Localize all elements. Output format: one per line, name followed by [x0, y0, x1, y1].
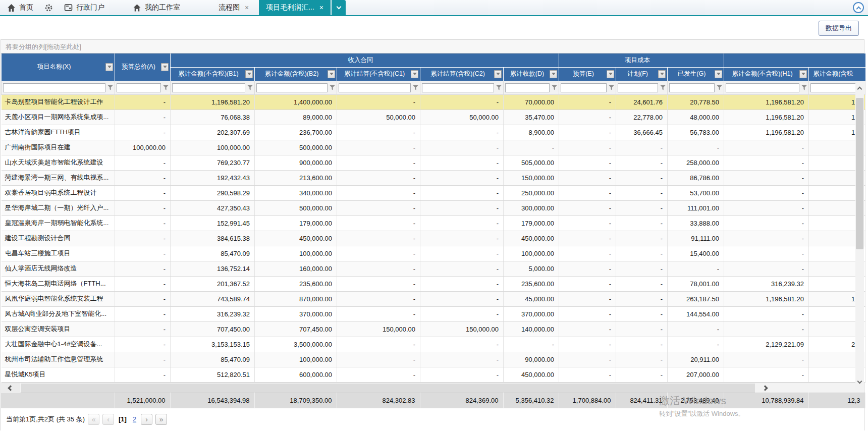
next-page-button[interactable]: › — [141, 414, 152, 425]
tab-flowchart[interactable]: 流程图 × — [211, 0, 256, 15]
table-row[interactable]: 山水天域沃美超市智能化系统建设-769,230.77900,000.00--50… — [2, 155, 865, 170]
filter-input[interactable] — [810, 83, 856, 92]
filter-input[interactable] — [339, 83, 411, 92]
filter-input[interactable] — [172, 83, 245, 92]
table-row[interactable]: 天麓小区项目一期网络系统集成项...-76,068.3889,000.0050,… — [2, 110, 865, 125]
table-row[interactable]: 双棠香居项目弱电系统工程设计-290,598.29340,000.00--250… — [2, 185, 865, 200]
col-header-b1[interactable]: 累计金额(不含税)(B1) — [171, 67, 255, 81]
table-row[interactable]: 吉林洋海韵家园FTTH项目-202,307.69236,700.00--8,90… — [2, 125, 865, 140]
table-row[interactable]: 广州南街国际项目在建100,000.00100,000.00500,000.00… — [2, 140, 865, 155]
filter-input[interactable] — [117, 83, 161, 92]
cell-a: - — [115, 110, 171, 125]
horizontal-scroll-thumb[interactable] — [21, 384, 755, 393]
col-header-f[interactable]: 计划(F) — [616, 67, 668, 81]
filter-input[interactable] — [561, 83, 607, 92]
column-dropdown-icon[interactable] — [715, 70, 722, 78]
table-row[interactable]: 杭州市司法辅助工作信息管理系统-85,470.09100,000.00--90,… — [2, 352, 865, 367]
filter-funnel-icon[interactable] — [552, 85, 557, 90]
table-row[interactable]: 仙人掌酒店无线网络改造-136,752.14160,000.00--5,000.… — [2, 261, 865, 276]
horizontal-scrollbar[interactable] — [1, 383, 864, 393]
page-2-link[interactable]: 2 — [131, 415, 138, 423]
col-header-b2[interactable]: 累计金额(含税)(B2) — [255, 67, 337, 81]
col-header-e[interactable]: 预算(E) — [559, 67, 616, 81]
scroll-up-button[interactable] — [855, 81, 864, 96]
filter-input[interactable] — [726, 83, 799, 92]
tab-project-gross-profit[interactable]: 项目毛利润汇... × — [259, 0, 331, 15]
column-dropdown-icon[interactable] — [161, 63, 169, 71]
col-header-d[interactable]: 累计收款(D) — [504, 67, 559, 81]
col-header-g[interactable]: 已发生(G) — [668, 67, 724, 81]
col-header-c2[interactable]: 累计结算(含税)(C2) — [420, 67, 504, 81]
column-dropdown-icon[interactable] — [658, 70, 666, 78]
first-page-button[interactable]: « — [88, 414, 99, 425]
close-icon[interactable]: × — [319, 4, 323, 12]
table-row[interactable]: 大壮国际金融中心1-4#空调设备...-3,153,153.153,500,00… — [2, 337, 865, 352]
col-header-budget-total[interactable]: 预算总价(A) — [115, 53, 171, 81]
filter-input[interactable] — [505, 83, 550, 92]
nav-home[interactable]: 首页 — [0, 0, 40, 15]
table-row[interactable]: 恒大海花岛二期电话网络（FTTH...-201,367.52235,600.00… — [2, 276, 865, 291]
settings-button[interactable] — [40, 0, 57, 15]
last-page-button[interactable]: » — [155, 414, 167, 425]
filter-input[interactable] — [422, 83, 494, 92]
nav-my-workspace[interactable]: 我的工作室 — [126, 0, 187, 15]
table-row[interactable]: 凤古城A商业部分及地下室智能化...-316,239.32370,000.00-… — [2, 306, 865, 321]
table-row[interactable]: 凤凰华庭弱电智能化系统安装工程-743,589.74870,000.00--45… — [2, 291, 865, 306]
scroll-right-button[interactable] — [756, 383, 774, 393]
column-dropdown-icon[interactable] — [411, 70, 418, 78]
data-export-button[interactable]: 数据导出 — [819, 21, 859, 36]
filter-input[interactable] — [256, 83, 328, 92]
column-dropdown-icon[interactable] — [607, 70, 614, 78]
scroll-left-button[interactable] — [1, 383, 20, 393]
table-row[interactable]: 星华海岸城二期（一期）光纤入户...-427,350.43500,000.00-… — [2, 200, 865, 215]
table-row[interactable]: 卡岛别墅项目智能化工程设计工作-1,196,581.201,400,000.00… — [2, 94, 865, 110]
filter-funnel-icon[interactable] — [496, 85, 502, 90]
filter-funnel-icon[interactable] — [660, 85, 666, 90]
cell-g: 20,778.50 — [668, 94, 724, 110]
cell-b2: 236,700.00 — [255, 125, 337, 140]
column-dropdown-icon[interactable] — [105, 63, 113, 71]
filter-funnel-icon[interactable] — [107, 85, 113, 90]
cell-name: 大壮国际金融中心1-4#空调设备... — [2, 337, 115, 352]
filter-funnel-icon[interactable] — [330, 85, 335, 90]
column-dropdown-icon[interactable] — [550, 70, 557, 78]
filter-input[interactable] — [618, 83, 658, 92]
table-row[interactable]: 星悦城K5项目-512,820.51600,000.00--450,000.00… — [2, 367, 865, 382]
cell-g: 15,400.00 — [668, 246, 724, 261]
filter-funnel-icon[interactable] — [609, 85, 614, 90]
column-dropdown-icon[interactable] — [494, 70, 502, 78]
vertical-scrollbar[interactable] — [855, 81, 864, 390]
scroll-down-button[interactable] — [855, 374, 864, 390]
table-row[interactable]: 皇冠温泉海岸一期弱电智能化系统...-152,991.45179,000.00-… — [2, 215, 865, 231]
table-row[interactable]: 屯昌车站三楼施工项目-85,470.09100,000.00--100,000.… — [2, 246, 865, 261]
tab-list-dropdown-button[interactable] — [332, 0, 346, 15]
collapse-panel-button[interactable] — [853, 2, 864, 13]
filter-funnel-icon[interactable] — [413, 85, 418, 90]
filter-input[interactable] — [669, 83, 715, 92]
cell-h1: - — [724, 321, 809, 337]
col-header-h2[interactable]: 累计金额(含税 — [809, 67, 865, 81]
table-row[interactable]: 菏建海景湾一期三网、有线电视系...-192,432.43213,600.00-… — [2, 170, 865, 185]
col-header-c1[interactable]: 累计结算(不含税)(C1) — [337, 67, 420, 81]
chevron-left-icon — [8, 385, 13, 391]
total-h2: 12,3 — [808, 393, 865, 408]
col-header-h1[interactable]: 累计金额(不含税)(H1) — [724, 67, 809, 81]
filter-funnel-icon[interactable] — [801, 85, 807, 90]
filter-funnel-icon[interactable] — [247, 85, 253, 90]
col-header-project-name[interactable]: 项目名称(X) — [2, 53, 115, 81]
vertical-scroll-thumb[interactable] — [856, 98, 863, 249]
prev-page-button[interactable]: ‹ — [102, 414, 114, 425]
cell-name: 屯昌车站三楼施工项目 — [2, 246, 115, 261]
close-icon[interactable]: × — [245, 4, 249, 12]
filter-input[interactable] — [3, 83, 105, 92]
table-row[interactable]: 建设工程勘测设计合同-384,615.38450,000.00--450,000… — [2, 231, 865, 246]
column-dropdown-icon[interactable] — [245, 70, 253, 78]
table-row[interactable]: 双层公寓空调安装项目-707,450.00707,450.00150,000.0… — [2, 321, 865, 337]
nav-admin-portal[interactable]: 行政门户 — [57, 0, 112, 15]
column-dropdown-icon[interactable] — [328, 70, 335, 78]
cell-e: - — [559, 170, 616, 185]
column-dropdown-icon[interactable] — [799, 70, 807, 78]
filter-funnel-icon[interactable] — [163, 85, 169, 90]
filter-funnel-icon[interactable] — [717, 85, 722, 90]
group-drop-zone[interactable]: 将要分组的列[拖动至此处] — [1, 39, 864, 53]
